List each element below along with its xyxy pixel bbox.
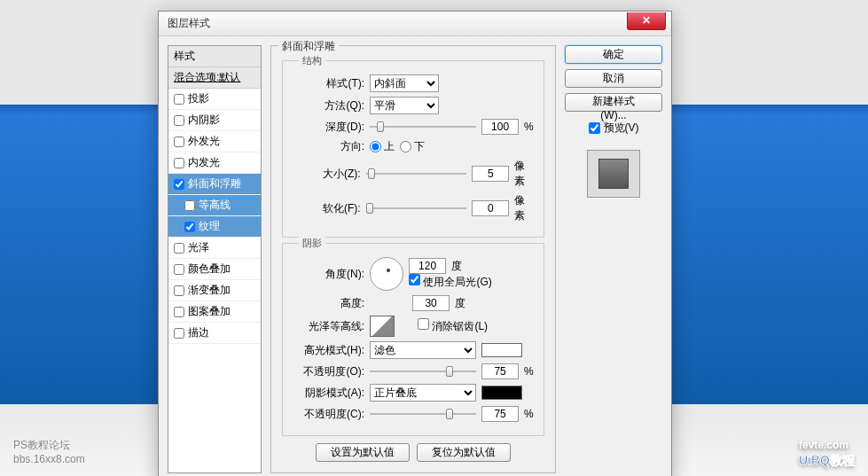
- altitude-input[interactable]: [412, 295, 450, 311]
- highlight-opacity-unit: %: [524, 365, 534, 378]
- preview-check[interactable]: 预览(V): [565, 121, 662, 136]
- style-item-3[interactable]: 内发光: [168, 152, 261, 174]
- style-item-4[interactable]: 斜面和浮雕: [168, 174, 261, 195]
- technique-select[interactable]: 平滑: [370, 97, 439, 114]
- style-item-label: 等高线: [199, 198, 231, 213]
- style-item-label: 内阴影: [188, 113, 220, 128]
- style-item-checkbox[interactable]: [174, 243, 184, 254]
- style-item-9[interactable]: 渐变叠加: [168, 280, 261, 301]
- style-item-checkbox[interactable]: [174, 307, 184, 317]
- style-item-label: 投影: [188, 91, 209, 106]
- bg-logo: fevte.comUiBQ教程: [799, 434, 855, 469]
- preview-box: [587, 150, 640, 198]
- style-item-0[interactable]: 投影: [168, 89, 261, 110]
- shadow-opacity-input[interactable]: [481, 406, 519, 422]
- style-item-label: 描边: [188, 325, 209, 340]
- bevel-fieldset: 斜面和浮雕 结构 样式(T): 内斜面 方法(Q): 平滑 深度(D):: [270, 45, 556, 473]
- style-item-checkbox[interactable]: [174, 328, 184, 339]
- style-item-checkbox[interactable]: [174, 285, 184, 296]
- shadow-mode-select[interactable]: 正片叠底: [370, 384, 476, 402]
- style-item-label: 渐变叠加: [188, 283, 231, 298]
- highlight-color-swatch[interactable]: [481, 343, 522, 357]
- soften-input[interactable]: [472, 200, 509, 216]
- style-item-checkbox[interactable]: [174, 264, 184, 275]
- blend-options-header[interactable]: 混合选项:默认: [168, 67, 261, 89]
- angle-widget[interactable]: [370, 257, 403, 291]
- structure-group: 结构 样式(T): 内斜面 方法(Q): 平滑 深度(D): %: [282, 60, 544, 238]
- angle-input[interactable]: [409, 258, 446, 274]
- highlight-opacity-slider[interactable]: [370, 363, 476, 379]
- shadow-opacity-slider[interactable]: [370, 406, 476, 422]
- soften-label: 软化(F):: [292, 201, 361, 216]
- style-item-checkbox[interactable]: [174, 94, 184, 105]
- dialog-title: 图层样式: [168, 16, 627, 31]
- direction-up-radio[interactable]: [370, 141, 381, 152]
- style-item-10[interactable]: 图案叠加: [168, 301, 261, 323]
- style-select[interactable]: 内斜面: [370, 74, 439, 92]
- highlight-opacity-input[interactable]: [481, 363, 519, 379]
- reset-default-button[interactable]: 复位为默认值: [417, 443, 511, 462]
- style-item-checkbox[interactable]: [174, 137, 184, 147]
- new-style-button[interactable]: 新建样式(W)...: [565, 93, 662, 112]
- antialias-check[interactable]: 消除锯齿(L): [418, 318, 488, 334]
- style-item-8[interactable]: 颜色叠加: [168, 259, 261, 280]
- style-item-11[interactable]: 描边: [168, 323, 261, 344]
- set-default-button[interactable]: 设置为默认值: [316, 443, 410, 462]
- style-list: 样式 混合选项:默认 投影内阴影外发光内发光斜面和浮雕等高线纹理光泽颜色叠加渐变…: [168, 45, 262, 473]
- style-item-checkbox[interactable]: [184, 222, 195, 232]
- size-unit: 像素: [514, 159, 535, 189]
- layer-style-dialog: 图层样式 ✕ 样式 混合选项:默认 投影内阴影外发光内发光斜面和浮雕等高线纹理光…: [158, 11, 672, 476]
- size-slider[interactable]: [366, 166, 467, 182]
- global-light-check[interactable]: 使用全局光(G): [409, 276, 492, 288]
- style-label: 样式(T):: [292, 76, 364, 91]
- style-item-label: 光泽: [188, 240, 209, 255]
- structure-label: 结构: [299, 54, 325, 67]
- style-item-6[interactable]: 纹理: [168, 216, 261, 238]
- style-item-5[interactable]: 等高线: [168, 195, 261, 216]
- center-panel: 斜面和浮雕 结构 样式(T): 内斜面 方法(Q): 平滑 深度(D):: [270, 45, 556, 473]
- highlight-opacity-label: 不透明度(O):: [292, 364, 364, 379]
- style-item-1[interactable]: 内阴影: [168, 110, 261, 131]
- shadow-opacity-unit: %: [524, 408, 534, 420]
- bg-credit: PS教程论坛bbs.16xx8.com: [13, 438, 85, 465]
- depth-input[interactable]: [481, 119, 519, 135]
- style-item-checkbox[interactable]: [174, 158, 184, 168]
- direction-down[interactable]: 下: [400, 139, 425, 154]
- style-item-checkbox[interactable]: [184, 200, 195, 211]
- shading-label: 阴影: [299, 237, 325, 250]
- altitude-unit: 度: [455, 296, 465, 311]
- technique-label: 方法(Q):: [292, 98, 364, 113]
- close-button[interactable]: ✕: [627, 12, 666, 30]
- depth-unit: %: [524, 121, 534, 133]
- depth-slider[interactable]: [370, 119, 476, 135]
- shading-group: 阴影 角度(N): 度 使用全局光(G) 高度:: [282, 243, 544, 436]
- style-item-label: 外发光: [188, 134, 220, 149]
- style-item-label: 斜面和浮雕: [188, 176, 241, 191]
- shadow-opacity-label: 不透明度(C):: [292, 407, 364, 422]
- gloss-contour-picker[interactable]: [370, 316, 395, 337]
- direction-down-radio[interactable]: [400, 141, 411, 152]
- style-item-label: 纹理: [199, 219, 220, 234]
- style-item-label: 图案叠加: [188, 304, 231, 319]
- direction-up[interactable]: 上: [370, 139, 395, 154]
- style-item-label: 内发光: [188, 155, 220, 170]
- depth-label: 深度(D):: [292, 120, 364, 135]
- shadow-color-swatch[interactable]: [481, 386, 522, 400]
- style-item-2[interactable]: 外发光: [168, 131, 261, 152]
- style-item-7[interactable]: 光泽: [168, 238, 261, 259]
- bevel-title: 斜面和浮雕: [278, 39, 339, 54]
- shadow-mode-label: 阴影模式(A):: [292, 386, 364, 401]
- titlebar[interactable]: 图层样式 ✕: [159, 12, 671, 36]
- style-item-label: 颜色叠加: [188, 261, 231, 277]
- ok-button[interactable]: 确定: [565, 45, 662, 64]
- style-item-checkbox[interactable]: [174, 179, 184, 190]
- style-item-checkbox[interactable]: [174, 115, 184, 126]
- soften-slider[interactable]: [366, 200, 467, 216]
- style-list-header[interactable]: 样式: [168, 46, 261, 67]
- highlight-mode-select[interactable]: 滤色: [370, 341, 476, 359]
- soften-unit: 像素: [514, 193, 535, 223]
- size-input[interactable]: [472, 166, 509, 182]
- cancel-button[interactable]: 取消: [565, 69, 662, 88]
- angle-unit: 度: [451, 259, 462, 274]
- right-panel: 确定 取消 新建样式(W)... 预览(V): [565, 45, 662, 473]
